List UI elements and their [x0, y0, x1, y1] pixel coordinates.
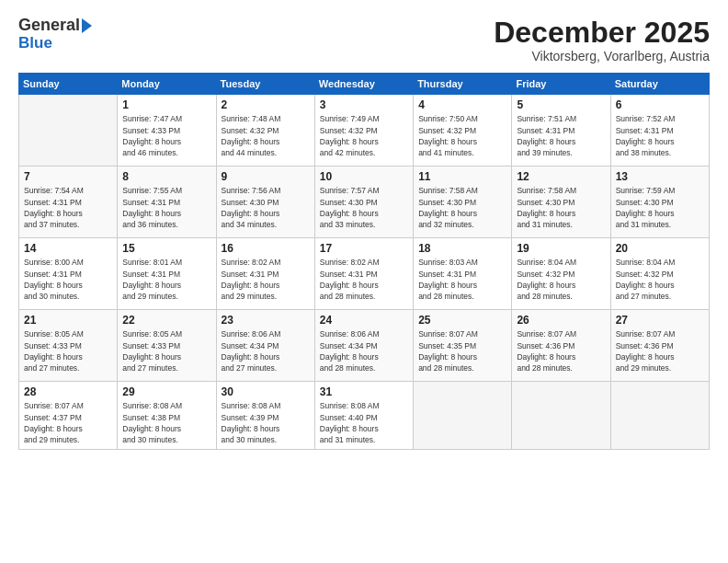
day-info: Sunrise: 8:04 AM Sunset: 4:32 PM Dayligh… [616, 257, 704, 302]
day-cell: 10Sunrise: 7:57 AM Sunset: 4:30 PM Dayli… [314, 167, 413, 238]
day-number: 19 [517, 242, 605, 255]
day-number: 20 [616, 242, 704, 255]
day-cell: 14Sunrise: 8:00 AM Sunset: 4:31 PM Dayli… [19, 238, 118, 310]
day-number: 16 [222, 242, 310, 255]
day-number: 24 [320, 314, 408, 327]
week-row-4: 21Sunrise: 8:05 AM Sunset: 4:33 PM Dayli… [19, 310, 710, 382]
day-info: Sunrise: 8:05 AM Sunset: 4:33 PM Dayligh… [24, 328, 112, 373]
week-row-3: 14Sunrise: 8:00 AM Sunset: 4:31 PM Dayli… [19, 238, 710, 310]
days-header-row: SundayMondayTuesdayWednesdayThursdayFrid… [19, 74, 710, 95]
col-header-tuesday: Tuesday [216, 74, 314, 95]
day-info: Sunrise: 8:00 AM Sunset: 4:31 PM Dayligh… [24, 257, 112, 302]
day-number: 12 [517, 170, 605, 183]
day-number: 15 [122, 242, 210, 255]
day-info: Sunrise: 7:54 AM Sunset: 4:31 PM Dayligh… [24, 185, 112, 230]
month-title: December 2025 [494, 17, 710, 49]
logo: General Blue [18, 17, 92, 52]
day-number: 31 [320, 385, 408, 398]
day-number: 4 [418, 98, 506, 111]
page: General Blue December 2025 Viktorsberg, … [0, 0, 728, 563]
day-info: Sunrise: 7:56 AM Sunset: 4:30 PM Dayligh… [222, 185, 310, 230]
day-number: 2 [222, 98, 310, 111]
day-cell: 23Sunrise: 8:06 AM Sunset: 4:34 PM Dayli… [216, 310, 314, 382]
day-number: 8 [122, 170, 210, 183]
header: General Blue December 2025 Viktorsberg, … [18, 17, 710, 63]
day-cell: 18Sunrise: 8:03 AM Sunset: 4:31 PM Dayli… [414, 238, 512, 310]
day-number: 3 [320, 98, 408, 111]
day-cell: 26Sunrise: 8:07 AM Sunset: 4:36 PM Dayli… [512, 310, 610, 382]
day-number: 9 [222, 170, 310, 183]
day-number: 23 [222, 314, 310, 327]
day-cell: 17Sunrise: 8:02 AM Sunset: 4:31 PM Dayli… [314, 238, 413, 310]
day-cell: 8Sunrise: 7:55 AM Sunset: 4:31 PM Daylig… [118, 167, 216, 238]
day-cell: 20Sunrise: 8:04 AM Sunset: 4:32 PM Dayli… [610, 238, 709, 310]
day-cell: 28Sunrise: 8:07 AM Sunset: 4:37 PM Dayli… [19, 382, 118, 450]
day-cell: 22Sunrise: 8:05 AM Sunset: 4:33 PM Dayli… [118, 310, 216, 382]
day-info: Sunrise: 7:51 AM Sunset: 4:31 PM Dayligh… [517, 113, 605, 158]
day-cell [414, 382, 512, 450]
day-number: 22 [122, 314, 210, 327]
day-info: Sunrise: 7:47 AM Sunset: 4:33 PM Dayligh… [122, 113, 210, 158]
day-cell: 31Sunrise: 8:08 AM Sunset: 4:40 PM Dayli… [314, 382, 413, 450]
day-cell [512, 382, 610, 450]
day-cell [610, 382, 709, 450]
day-info: Sunrise: 8:02 AM Sunset: 4:31 PM Dayligh… [222, 257, 310, 302]
day-info: Sunrise: 8:06 AM Sunset: 4:34 PM Dayligh… [222, 328, 310, 373]
day-cell: 3Sunrise: 7:49 AM Sunset: 4:32 PM Daylig… [314, 95, 413, 167]
day-cell: 19Sunrise: 8:04 AM Sunset: 4:32 PM Dayli… [512, 238, 610, 310]
day-number: 11 [418, 170, 506, 183]
day-info: Sunrise: 8:05 AM Sunset: 4:33 PM Dayligh… [122, 328, 210, 373]
week-row-1: 1Sunrise: 7:47 AM Sunset: 4:33 PM Daylig… [19, 95, 710, 167]
day-info: Sunrise: 7:58 AM Sunset: 4:30 PM Dayligh… [418, 185, 506, 230]
day-info: Sunrise: 7:52 AM Sunset: 4:31 PM Dayligh… [616, 113, 704, 158]
day-cell: 25Sunrise: 8:07 AM Sunset: 4:35 PM Dayli… [414, 310, 512, 382]
day-info: Sunrise: 7:49 AM Sunset: 4:32 PM Dayligh… [320, 113, 408, 158]
day-info: Sunrise: 8:07 AM Sunset: 4:37 PM Dayligh… [24, 400, 112, 445]
day-cell [19, 95, 118, 167]
location-subtitle: Viktorsberg, Vorarlberg, Austria [494, 49, 710, 63]
day-number: 26 [517, 314, 605, 327]
day-number: 17 [320, 242, 408, 255]
col-header-friday: Friday [512, 74, 610, 95]
logo-text: General [18, 17, 92, 35]
day-number: 10 [320, 170, 408, 183]
day-info: Sunrise: 8:08 AM Sunset: 4:40 PM Dayligh… [320, 400, 408, 445]
day-info: Sunrise: 8:07 AM Sunset: 4:36 PM Dayligh… [517, 328, 605, 373]
day-cell: 12Sunrise: 7:58 AM Sunset: 4:30 PM Dayli… [512, 167, 610, 238]
day-number: 27 [616, 314, 704, 327]
day-cell: 21Sunrise: 8:05 AM Sunset: 4:33 PM Dayli… [19, 310, 118, 382]
day-cell: 15Sunrise: 8:01 AM Sunset: 4:31 PM Dayli… [118, 238, 216, 310]
col-header-sunday: Sunday [19, 74, 118, 95]
day-number: 30 [222, 385, 310, 398]
day-number: 18 [418, 242, 506, 255]
day-number: 29 [122, 385, 210, 398]
day-info: Sunrise: 8:07 AM Sunset: 4:36 PM Dayligh… [616, 328, 704, 373]
day-cell: 29Sunrise: 8:08 AM Sunset: 4:38 PM Dayli… [118, 382, 216, 450]
day-info: Sunrise: 8:01 AM Sunset: 4:31 PM Dayligh… [122, 257, 210, 302]
day-cell: 27Sunrise: 8:07 AM Sunset: 4:36 PM Dayli… [610, 310, 709, 382]
day-number: 6 [616, 98, 704, 111]
col-header-monday: Monday [118, 74, 216, 95]
day-info: Sunrise: 7:58 AM Sunset: 4:30 PM Dayligh… [517, 185, 605, 230]
day-cell: 6Sunrise: 7:52 AM Sunset: 4:31 PM Daylig… [610, 95, 709, 167]
day-cell: 4Sunrise: 7:50 AM Sunset: 4:32 PM Daylig… [414, 95, 512, 167]
day-number: 14 [24, 242, 112, 255]
day-info: Sunrise: 8:02 AM Sunset: 4:31 PM Dayligh… [320, 257, 408, 302]
calendar-table: SundayMondayTuesdayWednesdayThursdayFrid… [18, 73, 710, 450]
day-number: 13 [616, 170, 704, 183]
day-info: Sunrise: 7:50 AM Sunset: 4:32 PM Dayligh… [418, 113, 506, 158]
day-info: Sunrise: 7:55 AM Sunset: 4:31 PM Dayligh… [122, 185, 210, 230]
day-cell: 13Sunrise: 7:59 AM Sunset: 4:30 PM Dayli… [610, 167, 709, 238]
day-cell: 7Sunrise: 7:54 AM Sunset: 4:31 PM Daylig… [19, 167, 118, 238]
day-info: Sunrise: 8:06 AM Sunset: 4:34 PM Dayligh… [320, 328, 408, 373]
col-header-wednesday: Wednesday [314, 74, 413, 95]
day-cell: 11Sunrise: 7:58 AM Sunset: 4:30 PM Dayli… [414, 167, 512, 238]
day-info: Sunrise: 7:59 AM Sunset: 4:30 PM Dayligh… [616, 185, 704, 230]
day-cell: 1Sunrise: 7:47 AM Sunset: 4:33 PM Daylig… [118, 95, 216, 167]
day-cell: 16Sunrise: 8:02 AM Sunset: 4:31 PM Dayli… [216, 238, 314, 310]
week-row-5: 28Sunrise: 8:07 AM Sunset: 4:37 PM Dayli… [19, 382, 710, 450]
week-row-2: 7Sunrise: 7:54 AM Sunset: 4:31 PM Daylig… [19, 167, 710, 238]
day-number: 25 [418, 314, 506, 327]
col-header-saturday: Saturday [610, 74, 709, 95]
day-info: Sunrise: 8:07 AM Sunset: 4:35 PM Dayligh… [418, 328, 506, 373]
